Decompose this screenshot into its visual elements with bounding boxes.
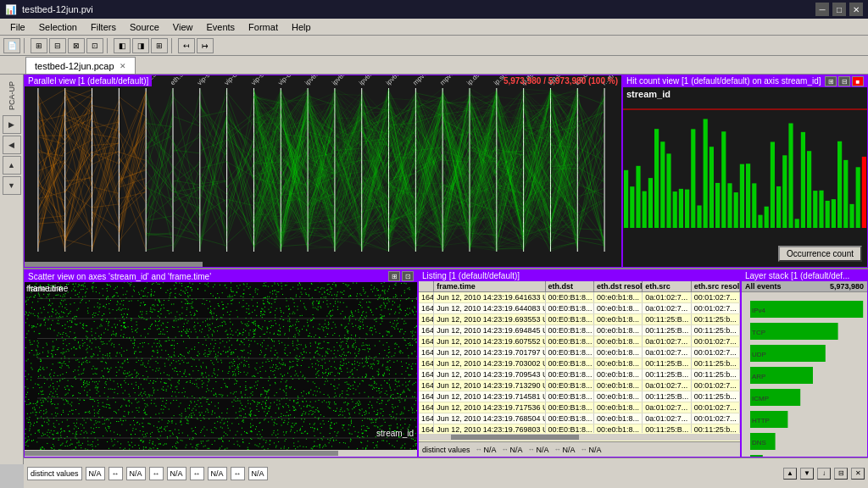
col-frame-time[interactable]: frame.time [434, 281, 545, 291]
toolbar-btn-1[interactable]: ⊞ [31, 38, 47, 53]
sidebar-btn-2[interactable]: ◀ [3, 136, 21, 154]
cell-eth-dst-r: 00:e0:b1:8... [594, 358, 643, 369]
scatter-btn-1[interactable]: ⊞ [388, 271, 400, 281]
cell-id: 164565 [419, 391, 434, 402]
status-btn-2[interactable]: ▼ [800, 468, 814, 480]
toolbar-new-btn[interactable]: 📄 [3, 38, 20, 53]
cell-time: Jun 12, 2010 14:23:19.694845 UTC [434, 325, 545, 336]
top-row: Parallel view [1 (default/default)] 5,97… [24, 75, 868, 269]
scatter-canvas[interactable] [25, 270, 417, 458]
cell-eth-dst-r: 00:e0:b1:8... [594, 402, 643, 413]
listing-row[interactable]: 164566 Jun 12, 2010 14:23:19.717536 UTC … [419, 402, 740, 413]
listing-row[interactable]: 164517 Jun 12, 2010 14:23:19.644083 UTC … [419, 303, 740, 314]
status-btn-close[interactable]: ✕ [851, 468, 865, 480]
listing-row[interactable]: 164565 Jun 12, 2010 14:23:19.714581 UTC … [419, 391, 740, 402]
toolbar-btn-8[interactable]: ↤ [178, 38, 195, 53]
listing-scrollbar-h[interactable] [419, 434, 740, 441]
scatter-btn-2[interactable]: ⊡ [402, 271, 414, 281]
col-eth-src-resol[interactable]: eth.src resol a [692, 281, 740, 291]
listing-row[interactable]: 164562 Jun 12, 2010 14:23:19.703002 UTC … [419, 358, 740, 369]
close-button[interactable]: ✕ [849, 3, 863, 16]
cell-time: Jun 12, 2010 14:23:19.717536 UTC [434, 402, 545, 413]
cell-eth-src: 0a:01:02:7... [643, 402, 691, 413]
cell-eth-src-r: 00:01:02:7... [692, 292, 740, 302]
menu-view[interactable]: View [166, 20, 200, 34]
cell-eth-src: 0a:01:02:7... [643, 292, 691, 302]
hit-ctrl-btn-2[interactable]: ⊟ [838, 76, 850, 86]
parallel-canvas[interactable] [25, 75, 618, 268]
listing-row[interactable]: 164564 Jun 12, 2010 14:23:19.713290 UTC … [419, 380, 740, 391]
footer-item-3: ↔ N/A [528, 446, 549, 454]
occurrence-count-button[interactable]: Occurrence count [778, 246, 862, 262]
toolbar-btn-4[interactable]: ⊡ [86, 38, 103, 53]
cell-time: Jun 12, 2010 14:23:19.703002 UTC [434, 358, 545, 369]
toolbar-sep-1 [24, 38, 27, 53]
toolbar-btn-5[interactable]: ◧ [114, 38, 131, 53]
sidebar-btn-4[interactable]: ▼ [3, 176, 21, 195]
status-item-4: N/A [167, 467, 186, 480]
status-btn-3[interactable]: ↓ [817, 468, 831, 480]
col-id [419, 281, 434, 291]
listing-scrollbar-h-thumb[interactable] [451, 435, 580, 440]
cell-eth-dst-r: 00:e0:b1:8... [594, 303, 643, 313]
maximize-button[interactable]: □ [832, 3, 846, 16]
col-eth-src[interactable]: eth.src [643, 281, 691, 291]
footer-item-1: ↔ N/A [476, 446, 497, 454]
cell-id: 164567 [419, 413, 434, 424]
sidebar-btn-1[interactable]: ▶ [3, 115, 21, 134]
status-btn-4[interactable]: ⊟ [834, 468, 848, 480]
status-item-2: N/A [86, 467, 105, 480]
col-eth-dst[interactable]: eth.dst [546, 281, 594, 291]
main-content: Parallel view [1 (default/default)] 5,97… [24, 75, 868, 458]
toolbar-btn-3[interactable]: ⊠ [68, 38, 85, 53]
listing-row[interactable]: 164563 Jun 12, 2010 14:23:19.709543 UTC … [419, 369, 740, 380]
toolbar-btn-7[interactable]: ⊞ [151, 38, 168, 53]
cell-eth-dst: 00:E0:B1:8... [546, 413, 594, 424]
footer-val-4: N/A [563, 446, 576, 454]
layer-stack-canvas [742, 292, 867, 458]
tab-close-icon[interactable]: ✕ [120, 62, 126, 70]
listing-row[interactable]: 164516 Jun 12, 2010 14:23:19.641633 UTC … [419, 292, 740, 303]
menu-filters[interactable]: Filters [84, 20, 123, 34]
menu-source[interactable]: Source [123, 20, 166, 34]
menu-help[interactable]: Help [285, 20, 318, 34]
minimize-button[interactable]: ─ [815, 3, 829, 16]
menu-events[interactable]: Events [199, 20, 242, 34]
toolbar-btn-6[interactable]: ◨ [132, 38, 149, 53]
cell-id: 164566 [419, 402, 434, 413]
tab-pcap[interactable]: testbed-12jun.pcap ✕ [25, 57, 136, 74]
cell-eth-dst: 00:E0:B1:8... [546, 391, 594, 402]
cell-eth-dst-r: 00:e0:b1:8... [594, 369, 643, 380]
menu-bar: File Selection Filters Source View Event… [0, 19, 868, 36]
menu-file[interactable]: File [3, 20, 32, 34]
layer-stack-view: Layer stack [1 (default/def... All event… [741, 269, 868, 458]
sidebar-btn-3[interactable]: ▲ [3, 156, 21, 175]
listing-row[interactable]: 164518 Jun 12, 2010 14:23:19.693553 UTC … [419, 314, 740, 325]
toolbar-btn-9[interactable]: ↦ [197, 38, 214, 53]
cell-eth-dst-r: 00:e0:b1:8... [594, 336, 643, 347]
status-btn-1[interactable]: ▲ [783, 468, 797, 480]
listing-row[interactable]: 164561 Jun 12, 2010 14:23:19.701797 UTC … [419, 347, 740, 358]
listing-row[interactable]: 164568 Jun 12, 2010 14:23:19.769803 UTC … [419, 424, 740, 433]
menu-format[interactable]: Format [242, 20, 285, 34]
col-eth-dst-resol[interactable]: eth.dst resol [594, 281, 643, 291]
cell-time: Jun 12, 2010 14:23:19.641633 UTC [434, 292, 545, 302]
cell-eth-dst: 00:E0:B1:8... [546, 292, 594, 302]
hit-ctrl-btn-3[interactable]: ■ [852, 76, 864, 86]
scatter-scrollbar-thumb[interactable] [25, 451, 338, 456]
hit-count-canvas[interactable] [623, 75, 867, 245]
listing-row[interactable]: 164519 Jun 12, 2010 14:23:19.694845 UTC … [419, 325, 740, 336]
scatter-scrollbar[interactable] [25, 450, 417, 457]
listing-row[interactable]: 164567 Jun 12, 2010 14:23:19.768504 UTC … [419, 413, 740, 424]
menu-selection[interactable]: Selection [32, 20, 84, 34]
toolbar-btn-2[interactable]: ⊟ [49, 38, 66, 53]
status-distinct-label: distinct values [31, 469, 79, 478]
hit-ctrl-btn-1[interactable]: ⊞ [825, 76, 837, 86]
footer-arrow-2: ↔ [502, 446, 509, 453]
layer-stack-header: All events 5,973,980 [742, 281, 867, 292]
cell-eth-src: 00:11:25:B... [643, 325, 691, 336]
listing-row[interactable]: 164560 Jun 12, 2010 14:23:19.607552 UTC … [419, 336, 740, 347]
cell-eth-src: 00:11:25:B... [643, 424, 691, 433]
cell-eth-dst-r: 00:e0:b1:8... [594, 292, 643, 302]
cell-eth-src: 0a:01:02:7... [643, 303, 691, 313]
